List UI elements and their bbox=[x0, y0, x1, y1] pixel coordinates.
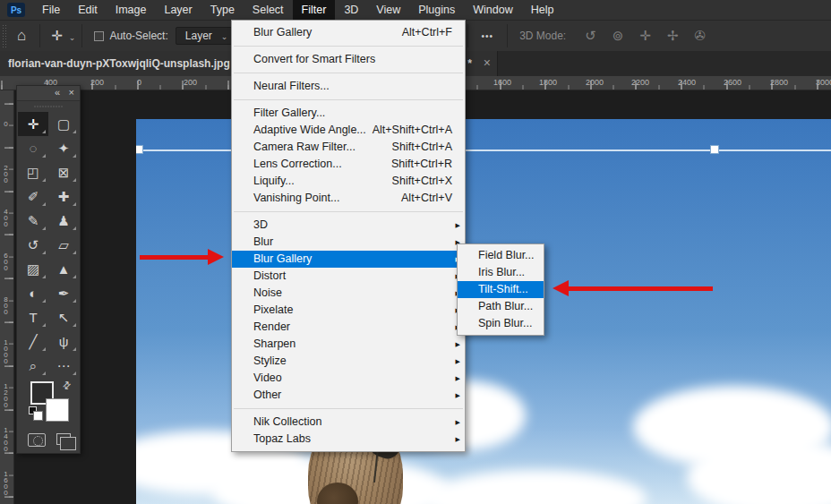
dodge-tool[interactable]: ◐ bbox=[18, 281, 48, 305]
submenu-arrow-icon: ▶ bbox=[456, 217, 460, 234]
filter-menu-item[interactable]: Noise ▶ bbox=[232, 285, 465, 302]
filter-menu-item[interactable]: Filter Gallery... bbox=[232, 105, 465, 122]
slide-3d-camera-icon[interactable]: ✢ bbox=[659, 28, 687, 44]
menubar-item[interactable]: Help bbox=[522, 0, 563, 20]
menubar-item[interactable]: File bbox=[33, 0, 69, 20]
filter-menu-item[interactable] bbox=[234, 408, 463, 409]
menubar-item[interactable]: Edit bbox=[69, 0, 107, 20]
menubar-item[interactable]: Layer bbox=[155, 0, 201, 20]
close-panel-icon[interactable]: × bbox=[69, 87, 74, 98]
quick-mask-button[interactable] bbox=[28, 433, 46, 447]
background-color-swatch[interactable] bbox=[46, 398, 69, 422]
ruler-label: 2600 bbox=[724, 78, 741, 87]
filter-menu-item[interactable]: Pixelate ▶ bbox=[232, 302, 465, 319]
filter-menu-item[interactable]: Liquify... Shift+Ctrl+X bbox=[232, 173, 465, 190]
filter-menu-item[interactable]: Nik Collection ▶ bbox=[232, 414, 465, 431]
path-selection-tool[interactable]: ↖ bbox=[48, 305, 79, 329]
shape-tool[interactable]: ▲ bbox=[48, 257, 79, 281]
ruler-label: 1800 bbox=[539, 78, 557, 87]
frame-tool[interactable]: ⊠ bbox=[48, 160, 79, 184]
roll-3d-camera-icon[interactable]: ⊚ bbox=[604, 28, 632, 44]
filter-menu-item[interactable] bbox=[234, 211, 463, 212]
menubar-item[interactable]: View bbox=[367, 0, 409, 20]
filter-menu-item[interactable]: Stylize ▶ bbox=[232, 353, 465, 370]
drag-3d-camera-icon[interactable]: ✛ bbox=[631, 28, 659, 44]
document-title: florian-van-duyn-pXToxwjqliQ-unsplash.jp… bbox=[8, 57, 253, 70]
default-colors-icon[interactable] bbox=[29, 406, 37, 414]
menubar-item[interactable]: Image bbox=[107, 0, 156, 20]
filter-menu-item[interactable]: Camera Raw Filter... Shift+Ctrl+A bbox=[232, 139, 465, 156]
filter-menu-item[interactable]: Topaz Labs ▶ bbox=[232, 431, 465, 448]
menubar-item[interactable]: Window bbox=[464, 0, 521, 20]
submenu-item[interactable]: Tilt-Shift... bbox=[458, 281, 544, 298]
filter-menu-item[interactable]: Convert for Smart Filters bbox=[232, 51, 465, 68]
submenu-item[interactable]: Field Blur... bbox=[458, 247, 544, 264]
filter-menu-item[interactable]: Render ▶ bbox=[232, 319, 465, 336]
options-bar-grip[interactable] bbox=[2, 24, 8, 47]
eraser-tool[interactable]: ▱ bbox=[48, 233, 79, 257]
marquee-tool[interactable]: ▢ bbox=[48, 112, 79, 136]
edit-toolbar[interactable]: ⋯ bbox=[48, 354, 79, 378]
brush-tool[interactable]: ✎ bbox=[18, 209, 48, 233]
filter-menu-item[interactable]: Adaptive Wide Angle... Alt+Shift+Ctrl+A bbox=[232, 122, 465, 139]
transform-handle-mid[interactable] bbox=[710, 145, 719, 154]
move-3d-camera-icon[interactable]: ✇ bbox=[686, 28, 714, 44]
filter-menu-item[interactable]: Neural Filters... bbox=[232, 78, 465, 95]
line-tool[interactable]: ╱ bbox=[18, 329, 48, 354]
filter-menu-item[interactable]: Other ▶ bbox=[232, 387, 465, 404]
move-tool[interactable]: ✛ bbox=[18, 112, 48, 136]
submenu-item[interactable]: Spin Blur... bbox=[458, 315, 544, 332]
filter-menu-item[interactable]: Blur Gallery Alt+Ctrl+F bbox=[232, 24, 465, 41]
type-tool[interactable]: T bbox=[18, 305, 48, 329]
history-brush-tool[interactable]: ↺ bbox=[18, 233, 48, 257]
menubar-item[interactable]: 3D bbox=[335, 0, 367, 20]
filter-menu: Blur Gallery Alt+Ctrl+F Convert for Smar… bbox=[231, 20, 466, 452]
submenu-item[interactable]: Iris Blur... bbox=[458, 264, 544, 281]
filter-menu-item[interactable]: Blur Gallery ▶ bbox=[232, 251, 465, 268]
close-tab-icon[interactable]: × bbox=[484, 56, 491, 70]
menubar-item[interactable]: Plugins bbox=[409, 0, 464, 20]
lasso-tool[interactable]: ◌ bbox=[18, 136, 48, 160]
filter-menu-item[interactable] bbox=[234, 73, 463, 73]
home-icon[interactable]: ⌂ bbox=[8, 27, 35, 45]
menubar-item[interactable]: Filter bbox=[293, 0, 336, 20]
filter-menu-item[interactable]: Video ▶ bbox=[232, 370, 465, 387]
gradient-tool[interactable]: ▨ bbox=[18, 257, 48, 281]
swap-colors-icon[interactable]: ⇄ bbox=[60, 379, 74, 393]
tools-panel-header[interactable]: « × bbox=[17, 86, 80, 101]
menubar-item[interactable]: Type bbox=[201, 0, 244, 20]
filter-menu-item[interactable]: Vanishing Point... Alt+Ctrl+V bbox=[232, 190, 465, 207]
filter-menu-item[interactable] bbox=[234, 46, 463, 47]
vertical-ruler[interactable]: 02004006008001000120014001600 bbox=[0, 90, 14, 504]
zoom-tool[interactable]: ⌕ bbox=[18, 354, 48, 378]
transform-handle-left[interactable] bbox=[136, 145, 143, 154]
eyedropper-tool[interactable]: ✐ bbox=[18, 184, 48, 209]
filter-menu-item[interactable] bbox=[234, 99, 463, 100]
panel-grip[interactable] bbox=[33, 103, 64, 110]
filter-menu-item[interactable]: Blur ▶ bbox=[232, 234, 465, 251]
object-selection-tool[interactable]: ✦ bbox=[48, 136, 79, 160]
more-options-icon[interactable]: ••• bbox=[473, 31, 503, 41]
chevron-down-icon[interactable]: ⌄ bbox=[69, 33, 76, 42]
collapse-panel-icon[interactable]: « bbox=[55, 87, 60, 98]
crop-tool[interactable]: ◰ bbox=[18, 160, 48, 184]
healing-brush-tool[interactable]: ✚ bbox=[48, 184, 79, 209]
filter-menu-item[interactable]: Distort ▶ bbox=[232, 268, 465, 285]
chevron-down-icon: ⌄ bbox=[221, 32, 228, 41]
clone-stamp-tool[interactable]: ♟ bbox=[48, 209, 79, 233]
shortcut-label: Alt+Ctrl+F bbox=[402, 24, 452, 41]
auto-select-target-dropdown[interactable]: Layer ⌄ bbox=[176, 27, 235, 45]
filter-menu-item[interactable]: Sharpen ▶ bbox=[232, 336, 465, 353]
screen-mode-button[interactable] bbox=[56, 433, 71, 445]
menubar-item[interactable]: Select bbox=[244, 0, 293, 20]
filter-menu-item[interactable]: 3D ▶ bbox=[232, 217, 465, 234]
pen-tool[interactable]: ✒ bbox=[48, 281, 79, 305]
ruler-label: 2000 bbox=[586, 78, 604, 87]
submenu-item[interactable]: Path Blur... bbox=[458, 298, 544, 315]
auto-select-checkbox[interactable] bbox=[94, 31, 104, 41]
ruler-label: 400 bbox=[2, 208, 10, 226]
orbit-3d-camera-icon[interactable]: ↺ bbox=[577, 28, 604, 44]
filter-menu-item[interactable]: Lens Correction... Shift+Ctrl+R bbox=[232, 156, 465, 173]
hand-tool[interactable]: ψ bbox=[48, 329, 79, 354]
ruler-label: 1400 bbox=[2, 426, 10, 451]
